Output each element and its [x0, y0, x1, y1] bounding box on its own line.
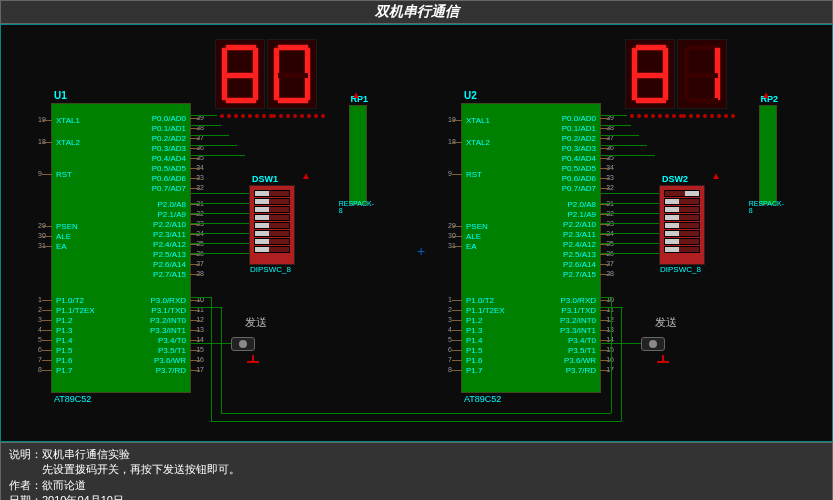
pin-stub — [190, 320, 200, 321]
pin-label: P3.6/WR — [154, 356, 186, 365]
pin-label: P2.0/A8 — [158, 200, 186, 209]
dip-slider — [665, 199, 679, 204]
pin-stub — [452, 174, 462, 175]
pin-stub — [452, 330, 462, 331]
pin-stub — [600, 330, 610, 331]
send-button-1[interactable] — [231, 337, 255, 351]
dip-switch-row[interactable] — [664, 214, 700, 221]
pin-label: XTAL1 — [56, 116, 80, 125]
pin-stub — [600, 310, 610, 311]
mcu-u1[interactable]: U1 AT89C52 XTAL119XTAL218RST9PSEN29ALE30… — [51, 103, 191, 393]
dip-switch-row[interactable] — [664, 230, 700, 237]
pin-label: P1.4 — [466, 336, 482, 345]
dip-switch-row[interactable] — [254, 246, 290, 253]
pin-stub — [452, 310, 462, 311]
display-2[interactable] — [625, 39, 727, 109]
footer-line-1: 说明：双机串行通信实验 — [9, 447, 824, 462]
pin-stub — [600, 128, 610, 129]
dip-switch-row[interactable] — [254, 206, 290, 213]
dip-switch-row[interactable] — [254, 198, 290, 205]
display-1-digit-right — [267, 39, 317, 109]
display-1[interactable] — [215, 39, 317, 109]
pin-stub — [600, 118, 610, 119]
dip-switch-row[interactable] — [664, 198, 700, 205]
pin-label: P1.5 — [56, 346, 72, 355]
pin-label: P0.4/AD4 — [152, 154, 186, 163]
wire-serial — [191, 297, 211, 298]
dip-slider — [665, 207, 679, 212]
dipswitch-dsw1[interactable]: DSW1 DIPSWC_8 — [249, 185, 295, 265]
pin-label: P3.1/TXD — [151, 306, 186, 315]
dip-switch-row[interactable] — [254, 190, 290, 197]
pin-stub — [600, 234, 610, 235]
wire — [601, 343, 641, 344]
dip-switch-row[interactable] — [254, 238, 290, 245]
pin-stub — [190, 310, 200, 311]
wire — [191, 145, 237, 146]
rp1-part: RESPACK-8 — [339, 200, 374, 214]
power-arrow-icon: ▲ — [301, 170, 311, 181]
pin-label: P1.4 — [56, 336, 72, 345]
pin-stub — [600, 244, 610, 245]
pin-stub — [600, 168, 610, 169]
respack-rp1[interactable]: RP1 RESPACK-8 — [349, 105, 367, 205]
wire-serial — [211, 297, 212, 421]
pin-label: P3.2/INT0 — [560, 316, 596, 325]
dip-switch-row[interactable] — [254, 230, 290, 237]
dip-switch-row[interactable] — [664, 190, 700, 197]
wire — [601, 253, 659, 254]
pin-label: P3.5/T1 — [568, 346, 596, 355]
page-title: 双机串行通信 — [375, 3, 459, 19]
pin-label: P0.7/AD7 — [562, 184, 596, 193]
pin-label: PSEN — [466, 222, 488, 231]
pin-label: P2.6/A14 — [153, 260, 186, 269]
pin-label: P0.0/AD0 — [152, 114, 186, 123]
pin-label: XTAL1 — [466, 116, 490, 125]
send-button-2[interactable] — [641, 337, 665, 351]
dip-slider — [665, 215, 679, 220]
pin-stub — [600, 370, 610, 371]
schematic-canvas[interactable]: + U1 AT89C52 XTAL119XTAL218RST9PSEN29ALE… — [0, 24, 833, 442]
pin-label: P3.0/RXD — [150, 296, 186, 305]
dip-slider — [255, 199, 269, 204]
pin-stub — [42, 300, 52, 301]
dipswitch-dsw2[interactable]: DSW2 DIPSWC_8 — [659, 185, 705, 265]
pin-stub — [190, 128, 200, 129]
pin-stub — [452, 340, 462, 341]
pin-stub — [452, 360, 462, 361]
pin-label: EA — [466, 242, 477, 251]
dip-switch-row[interactable] — [664, 206, 700, 213]
pin-label: P3.7/RD — [156, 366, 186, 375]
pin-stub — [190, 300, 200, 301]
dip-switch-row[interactable] — [254, 214, 290, 221]
title-bar: 双机串行通信 — [0, 0, 833, 24]
dip-switch-row[interactable] — [664, 238, 700, 245]
dip-switch-row[interactable] — [664, 246, 700, 253]
pin-label: P2.6/A14 — [563, 260, 596, 269]
dip-slider — [255, 215, 269, 220]
mcu-u2-ref: U2 — [464, 90, 477, 101]
pin-label: P1.7 — [466, 366, 482, 375]
pin-stub — [190, 370, 200, 371]
pin-label: P2.3/A11 — [153, 230, 186, 239]
pin-stub — [600, 214, 610, 215]
dip-slider — [665, 239, 679, 244]
pin-stub — [190, 360, 200, 361]
pin-label: P1.3 — [466, 326, 482, 335]
wire-serial — [221, 307, 222, 413]
pin-stub — [190, 204, 200, 205]
pin-stub — [190, 178, 200, 179]
dip-switch-row[interactable] — [254, 222, 290, 229]
mcu-u1-ref: U1 — [54, 90, 67, 101]
pin-stub — [190, 138, 200, 139]
wire — [191, 233, 249, 234]
respack-rp2[interactable]: RP2 RESPACK-8 — [759, 105, 777, 205]
pin-stub — [452, 142, 462, 143]
pin-label: P2.4/A12 — [563, 240, 596, 249]
mcu-u2[interactable]: U2 AT89C52 XTAL119XTAL218RST9PSEN29ALE30… — [461, 103, 601, 393]
wire-serial — [621, 307, 622, 421]
pin-label: P0.2/AD2 — [152, 134, 186, 143]
dip-switch-row[interactable] — [664, 222, 700, 229]
wire-serial — [191, 307, 221, 308]
wire — [601, 145, 647, 146]
